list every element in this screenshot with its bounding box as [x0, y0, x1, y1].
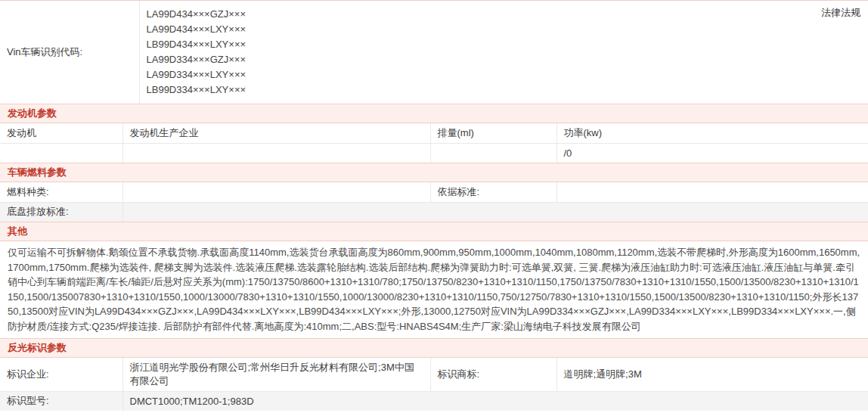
- power-col-header: 功率(kw): [556, 123, 868, 143]
- power-value: /0: [556, 143, 868, 163]
- marking-model-label: 标识型号:: [0, 391, 122, 411]
- legal-regulations-link[interactable]: 法律法规: [821, 6, 860, 20]
- vin-code: LA99D434×××LXY×××: [147, 22, 862, 37]
- marking-model-value: DMCT1000;TM1200-1;983D: [122, 391, 868, 411]
- engine-section-header: 发动机参数: [0, 104, 868, 123]
- vin-code: LB99D334×××LXY×××: [147, 82, 862, 98]
- engine-value-row: /0: [0, 143, 868, 163]
- vin-code-list: LA99D434×××GZJ××× LA99D434×××LXY××× LB99…: [139, 1, 868, 104]
- vin-code: LB99D434×××LXY×××: [147, 37, 862, 52]
- vin-code: LA99D334×××LXY×××: [147, 67, 862, 82]
- vin-label: Vin车辆识别代码:: [0, 1, 139, 104]
- marking-trademark-label: 标识商标:: [430, 358, 556, 391]
- fuel-type-label: 燃料种类:: [0, 182, 122, 202]
- vin-row: Vin车辆识别代码: LA99D434×××GZJ××× LA99D434×××…: [0, 1, 868, 104]
- vin-code: LA99D434×××GZJ×××: [147, 7, 862, 22]
- other-spec-text: 仅可运输不可拆解物体.鹅颈位置不承载货物.承载面高度1140mm,选装货台承载面…: [0, 241, 868, 338]
- marking-company-value: 浙江道明光学股份有限公司;常州华日升反光材料有限公司;3M中国有限公司: [122, 358, 430, 391]
- other-section-header: 其他: [0, 222, 868, 241]
- vin-table: Vin车辆识别代码: LA99D434×××GZJ××× LA99D434×××…: [0, 1, 868, 104]
- fuel-type-row: 燃料种类: 依据标准:: [0, 182, 868, 202]
- displacement-col-header: 排量(ml): [430, 123, 556, 143]
- marking-company-row: 标识企业: 浙江道明光学股份有限公司;常州华日升反光材料有限公司;3M中国有限公…: [0, 358, 868, 391]
- reflective-section-header: 反光标识参数: [0, 338, 868, 358]
- engine-col-header: 发动机: [0, 123, 122, 143]
- fuel-table: 燃料种类: 依据标准: 底盘排放标准:: [0, 182, 868, 222]
- engine-manufacturer-col-header: 发动机生产企业: [122, 123, 430, 143]
- standard-value: [556, 182, 868, 202]
- engine-manufacturer-value: [122, 143, 430, 163]
- marking-company-label: 标识企业:: [0, 358, 122, 391]
- chassis-emission-row: 底盘排放标准:: [0, 202, 868, 222]
- chassis-emission-label: 底盘排放标准:: [0, 202, 122, 222]
- fuel-section-header: 车辆燃料参数: [0, 163, 868, 182]
- engine-table: 发动机 发动机生产企业 排量(ml) 功率(kw) /0: [0, 123, 868, 163]
- reflective-table: 标识企业: 浙江道明光学股份有限公司;常州华日升反光材料有限公司;3M中国有限公…: [0, 358, 868, 411]
- marking-model-row: 标识型号: DMCT1000;TM1200-1;983D: [0, 391, 868, 411]
- fuel-type-value: [122, 182, 430, 202]
- vehicle-spec-page: Vin车辆识别代码: LA99D434×××GZJ××× LA99D434×××…: [0, 0, 868, 411]
- engine-header-row: 发动机 发动机生产企业 排量(ml) 功率(kw): [0, 123, 868, 143]
- chassis-emission-value: [122, 202, 868, 222]
- marking-trademark-value: 道明牌;通明牌;3M: [556, 358, 868, 391]
- engine-value: [0, 143, 122, 163]
- vin-code: LA99D334×××GZJ×××: [147, 52, 862, 67]
- standard-label: 依据标准:: [430, 182, 556, 202]
- displacement-value: [430, 143, 556, 163]
